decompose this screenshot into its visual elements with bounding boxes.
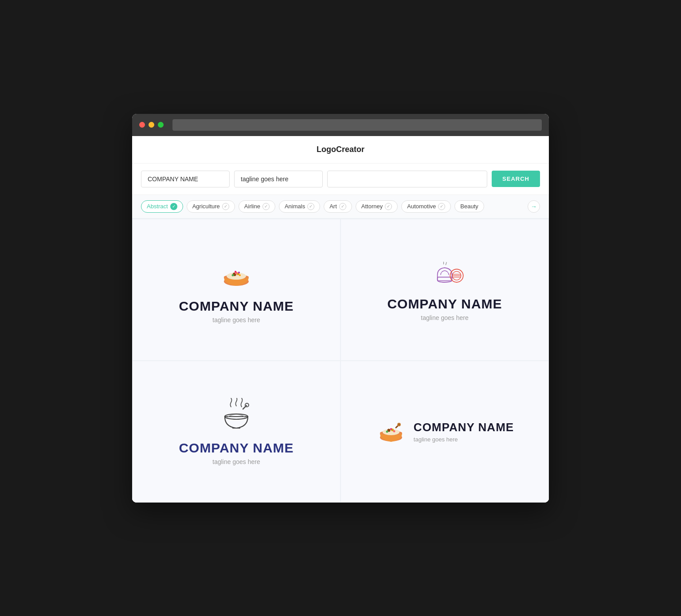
- svg-point-19: [245, 403, 249, 407]
- logo-tagline-4: tagline goes here: [414, 436, 514, 443]
- filter-label-automotive: Automotive: [407, 203, 436, 210]
- logo-company-name-4: COMPANY NAME: [414, 421, 514, 434]
- tagline-input[interactable]: [234, 171, 323, 187]
- logo-icon-3: [219, 398, 254, 433]
- svg-point-32: [390, 428, 392, 430]
- app-header: LogoCreator: [132, 136, 549, 164]
- search-button[interactable]: SEARCH: [492, 171, 540, 187]
- filter-label-agriculture: Agriculture: [192, 203, 220, 210]
- svg-point-30: [386, 430, 388, 433]
- check-icon-abstract: ✓: [170, 203, 177, 210]
- filter-chip-agriculture[interactable]: Agriculture ✓: [187, 200, 235, 213]
- logo-grid: COMPANY NAME tagline goes here: [132, 219, 549, 503]
- check-icon-airline: ✓: [262, 203, 270, 210]
- filter-chip-abstract[interactable]: Abstract ✓: [141, 200, 183, 213]
- search-bar: SEARCH: [132, 164, 549, 195]
- svg-point-8: [235, 271, 236, 273]
- svg-point-9: [238, 272, 240, 273]
- filter-chip-beauty[interactable]: Beauty: [454, 200, 484, 212]
- svg-point-7: [239, 274, 241, 276]
- minimize-button[interactable]: [149, 122, 154, 128]
- maximize-button[interactable]: [158, 122, 164, 128]
- logo-icon-2: [425, 258, 465, 289]
- logo-company-name-2: COMPANY NAME: [387, 296, 502, 312]
- filter-label-attorney: Attorney: [361, 203, 383, 210]
- svg-rect-12: [438, 277, 452, 281]
- logo-icon-4: [376, 415, 407, 448]
- logo-tagline-1: tagline goes here: [212, 316, 260, 324]
- logo-company-name-3: COMPANY NAME: [179, 441, 294, 456]
- filter-chip-airline[interactable]: Airline ✓: [239, 200, 275, 213]
- filter-label-art: Art: [329, 203, 337, 210]
- logo-card-4[interactable]: COMPANY NAME tagline goes here: [340, 361, 549, 503]
- logo-tagline-3: tagline goes here: [212, 458, 260, 465]
- logo-icon-1: [219, 256, 254, 292]
- svg-point-27: [398, 423, 400, 425]
- filter-chip-attorney[interactable]: Attorney ✓: [356, 200, 398, 213]
- check-icon-attorney: ✓: [385, 203, 392, 210]
- filter-chip-automotive[interactable]: Automotive ✓: [401, 200, 451, 213]
- filter-chip-animals[interactable]: Animals ✓: [279, 200, 320, 213]
- app-content: LogoCreator SEARCH Abstract ✓ Agricultur…: [132, 136, 549, 503]
- app-title: LogoCreator: [317, 145, 364, 154]
- filter-label-beauty: Beauty: [460, 203, 478, 210]
- close-button[interactable]: [139, 122, 145, 128]
- logo-company-name-1: COMPANY NAME: [179, 299, 294, 314]
- logo-text-group-4: COMPANY NAME tagline goes here: [414, 421, 514, 443]
- browser-titlebar: [132, 114, 549, 136]
- filter-label-airline: Airline: [244, 203, 260, 210]
- logo-inline-4: COMPANY NAME tagline goes here: [376, 415, 514, 448]
- filter-bar: Abstract ✓ Agriculture ✓ Airline ✓ Anima…: [132, 195, 549, 219]
- address-bar[interactable]: [172, 119, 542, 131]
- logo-card-3[interactable]: COMPANY NAME tagline goes here: [132, 361, 340, 503]
- filter-label-animals: Animals: [285, 203, 305, 210]
- keyword-input[interactable]: [327, 171, 487, 187]
- logo-card-1[interactable]: COMPANY NAME tagline goes here: [132, 219, 340, 361]
- check-icon-art: ✓: [339, 203, 346, 210]
- logo-card-2[interactable]: COMPANY NAME tagline goes here: [340, 219, 549, 361]
- svg-line-11: [446, 262, 446, 265]
- check-icon-automotive: ✓: [438, 203, 445, 210]
- filter-label-abstract: Abstract: [147, 203, 168, 210]
- filter-next-button[interactable]: →: [528, 200, 540, 213]
- check-icon-agriculture: ✓: [222, 203, 229, 210]
- svg-point-24: [383, 429, 399, 435]
- browser-window: LogoCreator SEARCH Abstract ✓ Agricultur…: [132, 114, 549, 503]
- company-name-input[interactable]: [141, 171, 230, 187]
- logo-tagline-2: tagline goes here: [421, 314, 468, 321]
- svg-point-31: [393, 430, 395, 432]
- filter-chip-art[interactable]: Art ✓: [324, 200, 352, 213]
- svg-point-6: [232, 274, 234, 276]
- check-icon-animals: ✓: [307, 203, 314, 210]
